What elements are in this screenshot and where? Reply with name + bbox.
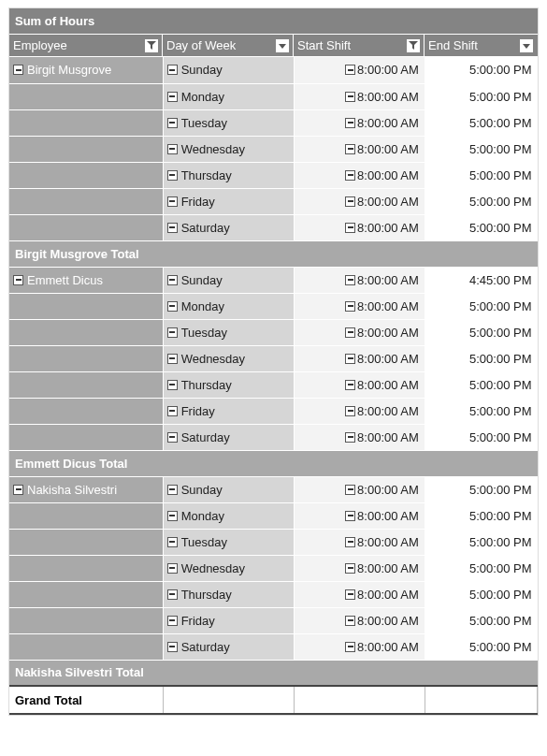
employee-cell[interactable] (9, 83, 163, 109)
start-shift-cell[interactable]: 8:00:00 AM (294, 162, 425, 188)
employee-cell[interactable] (9, 633, 163, 660)
employee-cell[interactable] (9, 136, 163, 162)
employee-cell[interactable] (9, 371, 163, 398)
start-shift-cell[interactable]: 8:00:00 AM (294, 136, 425, 162)
collapse-icon[interactable] (345, 406, 355, 416)
collapse-icon[interactable] (167, 432, 178, 443)
employee-cell[interactable] (9, 319, 163, 345)
collapse-icon[interactable] (345, 223, 355, 233)
day-of-week-cell[interactable]: Wednesday (163, 345, 294, 371)
start-shift-cell[interactable]: 8:00:00 AM (294, 502, 425, 529)
day-of-week-cell[interactable]: Friday (163, 188, 294, 214)
collapse-icon[interactable] (167, 144, 178, 154)
employee-cell[interactable] (9, 398, 163, 424)
start-shift-cell[interactable]: 8:00:00 AM (294, 109, 425, 136)
header-day-of-week[interactable]: Day of Week (163, 35, 294, 56)
collapse-icon[interactable] (167, 196, 178, 207)
day-of-week-cell[interactable]: Tuesday (163, 109, 294, 136)
collapse-icon[interactable] (167, 354, 178, 364)
start-shift-cell[interactable]: 8:00:00 AM (294, 607, 425, 633)
collapse-icon[interactable] (167, 537, 178, 547)
day-of-week-cell[interactable]: Monday (163, 293, 294, 319)
dropdown-icon[interactable] (520, 39, 533, 52)
collapse-icon[interactable] (345, 118, 355, 128)
day-of-week-cell[interactable]: Tuesday (163, 319, 294, 345)
header-employee[interactable]: Employee (9, 35, 163, 56)
day-of-week-cell[interactable]: Wednesday (163, 136, 294, 162)
employee-cell[interactable]: Emmett Dicus (9, 267, 163, 293)
collapse-icon[interactable] (13, 275, 23, 285)
collapse-icon[interactable] (345, 196, 355, 207)
day-of-week-cell[interactable]: Thursday (163, 371, 294, 398)
employee-cell[interactable] (9, 293, 163, 319)
collapse-icon[interactable] (345, 537, 355, 547)
collapse-icon[interactable] (345, 589, 355, 600)
collapse-icon[interactable] (345, 432, 355, 443)
collapse-icon[interactable] (167, 380, 178, 390)
collapse-icon[interactable] (167, 563, 178, 574)
day-of-week-cell[interactable]: Saturday (163, 424, 294, 450)
header-end-shift[interactable]: End Shift (425, 35, 537, 56)
day-of-week-cell[interactable]: Saturday (163, 214, 294, 240)
employee-cell[interactable] (9, 162, 163, 188)
collapse-icon[interactable] (345, 485, 355, 495)
collapse-icon[interactable] (167, 65, 178, 75)
collapse-icon[interactable] (167, 275, 178, 285)
collapse-icon[interactable] (167, 406, 178, 416)
employee-cell[interactable] (9, 555, 163, 581)
start-shift-cell[interactable]: 8:00:00 AM (294, 319, 425, 345)
employee-cell[interactable] (9, 188, 163, 214)
day-of-week-cell[interactable]: Friday (163, 607, 294, 633)
collapse-icon[interactable] (345, 65, 355, 75)
day-of-week-cell[interactable]: Tuesday (163, 529, 294, 555)
start-shift-cell[interactable]: 8:00:00 AM (294, 188, 425, 214)
day-of-week-cell[interactable]: Sunday (163, 267, 294, 293)
start-shift-cell[interactable]: 8:00:00 AM (294, 371, 425, 398)
employee-cell[interactable] (9, 502, 163, 529)
employee-cell[interactable]: Nakisha Silvestri (9, 476, 163, 502)
collapse-icon[interactable] (345, 327, 355, 338)
day-of-week-cell[interactable]: Monday (163, 83, 294, 109)
collapse-icon[interactable] (345, 354, 355, 364)
dropdown-icon[interactable] (276, 39, 289, 52)
filter-icon[interactable] (145, 39, 158, 52)
day-of-week-cell[interactable]: Thursday (163, 162, 294, 188)
start-shift-cell[interactable]: 8:00:00 AM (294, 581, 425, 607)
collapse-icon[interactable] (167, 616, 178, 626)
collapse-icon[interactable] (13, 485, 23, 495)
employee-cell[interactable] (9, 424, 163, 450)
collapse-icon[interactable] (167, 485, 178, 495)
collapse-icon[interactable] (167, 118, 178, 128)
collapse-icon[interactable] (345, 144, 355, 154)
employee-cell[interactable] (9, 607, 163, 633)
employee-cell[interactable] (9, 581, 163, 607)
day-of-week-cell[interactable]: Wednesday (163, 555, 294, 581)
start-shift-cell[interactable]: 8:00:00 AM (294, 424, 425, 450)
filter-icon[interactable] (407, 39, 420, 52)
employee-cell[interactable] (9, 214, 163, 240)
day-of-week-cell[interactable]: Sunday (163, 476, 294, 502)
collapse-icon[interactable] (167, 223, 178, 233)
start-shift-cell[interactable]: 8:00:00 AM (294, 57, 425, 83)
collapse-icon[interactable] (345, 380, 355, 390)
collapse-icon[interactable] (345, 301, 355, 312)
start-shift-cell[interactable]: 8:00:00 AM (294, 345, 425, 371)
day-of-week-cell[interactable]: Saturday (163, 633, 294, 660)
start-shift-cell[interactable]: 8:00:00 AM (294, 633, 425, 660)
collapse-icon[interactable] (167, 589, 178, 600)
collapse-icon[interactable] (13, 65, 23, 75)
collapse-icon[interactable] (345, 616, 355, 626)
start-shift-cell[interactable]: 8:00:00 AM (294, 529, 425, 555)
start-shift-cell[interactable]: 8:00:00 AM (294, 83, 425, 109)
collapse-icon[interactable] (167, 301, 178, 312)
collapse-icon[interactable] (345, 511, 355, 521)
collapse-icon[interactable] (345, 642, 355, 652)
collapse-icon[interactable] (167, 511, 178, 521)
day-of-week-cell[interactable]: Monday (163, 502, 294, 529)
collapse-icon[interactable] (167, 327, 178, 338)
start-shift-cell[interactable]: 8:00:00 AM (294, 476, 425, 502)
header-start-shift[interactable]: Start Shift (294, 35, 425, 56)
collapse-icon[interactable] (167, 642, 178, 652)
day-of-week-cell[interactable]: Friday (163, 398, 294, 424)
start-shift-cell[interactable]: 8:00:00 AM (294, 267, 425, 293)
